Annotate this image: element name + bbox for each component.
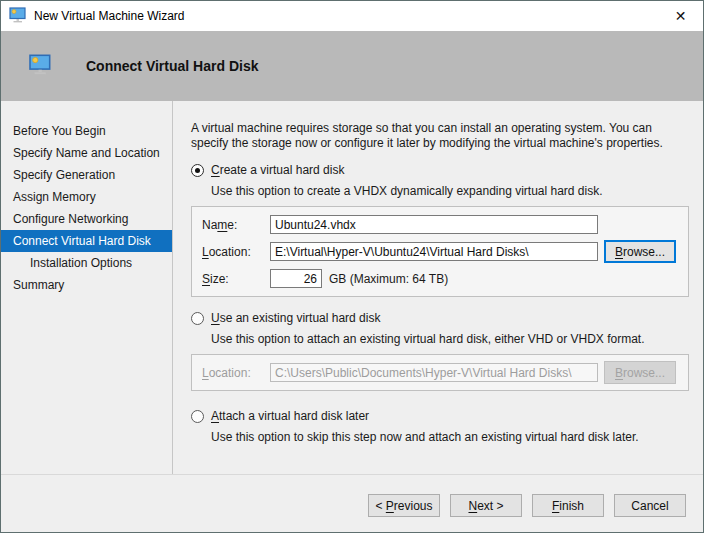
sidebar-item-specify-name-and-location[interactable]: Specify Name and Location [1, 142, 172, 164]
next-button[interactable]: Next > [450, 494, 522, 517]
radio-use-existing-virtual-hard-disk[interactable] [191, 312, 204, 325]
size-field[interactable] [270, 269, 322, 288]
sidebar-item-installation-options[interactable]: Installation Options [1, 252, 172, 274]
size-maximum-text: GB (Maximum: 64 TB) [329, 272, 448, 286]
location-label: Location: [202, 245, 270, 259]
intro-text: A virtual machine requires storage so th… [191, 121, 690, 151]
previous-button[interactable]: < Previous [368, 494, 440, 517]
radio-attach-virtual-hard-disk-later-label[interactable]: Attach a virtual hard disk later [211, 409, 369, 423]
close-button[interactable]: ✕ [658, 1, 703, 31]
existing-disk-groupbox: Location: Browse... [191, 354, 689, 391]
existing-location-field [270, 363, 598, 382]
attach-later-option[interactable]: Attach a virtual hard disk later [191, 409, 690, 423]
sidebar-item-connect-virtual-hard-disk[interactable]: Connect Virtual Hard Disk [1, 230, 172, 252]
existing-disk-description: Use this option to attach an existing vi… [211, 332, 690, 346]
create-disk-option[interactable]: Create a virtual hard disk [191, 163, 690, 177]
create-disk-description: Use this option to create a VHDX dynamic… [211, 184, 690, 198]
wizard-footer: < Previous Next > Finish Cancel [1, 474, 703, 532]
location-field[interactable] [270, 242, 598, 261]
radio-create-virtual-hard-disk-label[interactable]: Create a virtual hard disk [211, 163, 344, 177]
existing-disk-option[interactable]: Use an existing virtual hard disk [191, 311, 690, 325]
hyperv-wizard-icon [28, 54, 53, 78]
sidebar-item-before-you-begin[interactable]: Before You Begin [1, 120, 172, 142]
sidebar-item-summary[interactable]: Summary [1, 274, 172, 296]
wizard-window: New Virtual Machine Wizard ✕ Connect Vir… [0, 0, 704, 533]
size-label: Size: [202, 272, 270, 286]
name-field[interactable] [270, 215, 598, 234]
radio-attach-virtual-hard-disk-later[interactable] [191, 410, 204, 423]
window-title: New Virtual Machine Wizard [34, 9, 185, 23]
sidebar-item-configure-networking[interactable]: Configure Networking [1, 208, 172, 230]
radio-create-virtual-hard-disk[interactable] [191, 164, 204, 177]
wizard-header: Connect Virtual Hard Disk [1, 31, 703, 101]
titlebar: New Virtual Machine Wizard ✕ [1, 1, 703, 31]
wizard-page-content: A virtual machine requires storage so th… [173, 101, 703, 474]
cancel-button[interactable]: Cancel [614, 494, 686, 517]
hyperv-wizard-icon [9, 7, 27, 26]
name-label: Name: [202, 218, 270, 232]
create-disk-groupbox: Name: Location: Browse... Size: GB (Maxi… [191, 206, 689, 297]
existing-location-label: Location: [202, 366, 270, 380]
page-title: Connect Virtual Hard Disk [86, 58, 258, 74]
wizard-steps-sidebar: Before You Begin Specify Name and Locati… [1, 101, 173, 474]
finish-button[interactable]: Finish [532, 494, 604, 517]
radio-use-existing-virtual-hard-disk-label[interactable]: Use an existing virtual hard disk [211, 311, 380, 325]
existing-browse-button: Browse... [604, 361, 676, 384]
sidebar-item-assign-memory[interactable]: Assign Memory [1, 186, 172, 208]
attach-later-description: Use this option to skip this step now an… [211, 430, 690, 444]
close-icon: ✕ [675, 8, 687, 24]
sidebar-item-specify-generation[interactable]: Specify Generation [1, 164, 172, 186]
browse-button[interactable]: Browse... [604, 240, 676, 263]
